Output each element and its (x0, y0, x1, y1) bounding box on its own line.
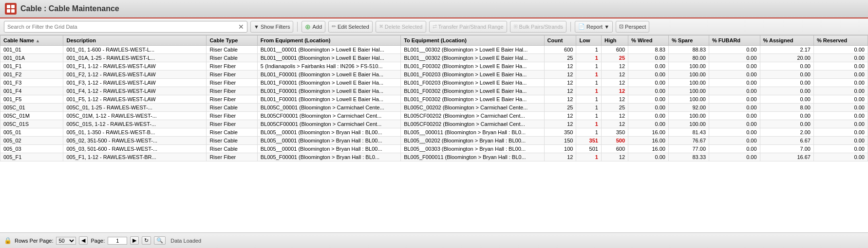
add-button[interactable]: ⊕ Add (302, 21, 325, 33)
col-pct-spare[interactable]: % Spare (668, 35, 709, 46)
perspective-button[interactable]: ⊡ Perspect (616, 21, 649, 33)
page-input[interactable] (108, 237, 127, 245)
table-row[interactable]: 005_F1005_F1, 1-12 - RAWLES-WEST-BR...Ri… (0, 153, 868, 161)
col-pct-fubard[interactable]: % FUBARd (709, 35, 760, 46)
transfer-pair-button[interactable]: ⇄ Transfer Pair/Strand Range (429, 21, 507, 33)
table-row[interactable]: 005_03005_03, 501-600 - RAWLES-WEST-...R… (0, 145, 868, 153)
report-button[interactable]: 📄 Report ▼ (575, 21, 613, 33)
col-high[interactable]: High (601, 35, 628, 46)
toolbar-separator-2 (570, 22, 571, 32)
report-icon: 📄 (578, 23, 585, 30)
edit-selected-button[interactable]: ✏ Edit Selected (328, 21, 373, 33)
table-row[interactable]: 005_02005_02, 351-500 - RAWLES-WEST-...R… (0, 137, 868, 145)
cable-table: Cable Name ▲ Description Cable Type From… (0, 35, 868, 161)
toolbar: ✕ ▼ Show Filters ⊕ Add ✏ Edit Selected ✖… (0, 18, 868, 35)
delete-selected-button[interactable]: ✖ Delete Selected (376, 21, 426, 33)
column-header-row: Cable Name ▲ Description Cable Type From… (0, 35, 868, 46)
data-grid[interactable]: Cable Name ▲ Description Cable Type From… (0, 35, 868, 232)
table-row[interactable]: 001_01A001_01A, 1-25 - RAWLES-WEST-L...R… (0, 54, 868, 62)
svg-rect-2 (7, 9, 10, 13)
lock-icon: 🔒 (4, 237, 12, 244)
col-pct-assigned[interactable]: % Assigned (760, 35, 813, 46)
svg-rect-3 (11, 9, 15, 13)
table-row[interactable]: 001_F2001_F2, 1-12 - RAWLES-WEST-LAWRise… (0, 71, 868, 79)
col-from-equip[interactable]: From Equipment (Location) (257, 35, 400, 46)
app-icon (5, 3, 17, 15)
table-row[interactable]: 005C_01005C_01, 1-25 - RAWLES-WEST-...Ri… (0, 104, 868, 112)
col-pct-reserved[interactable]: % Reserved (813, 35, 868, 46)
bulk-icon: ⊞ (513, 23, 518, 30)
col-count[interactable]: Count (544, 35, 576, 46)
delete-icon: ✖ (379, 23, 383, 30)
table-row[interactable]: 005C_01S005C_01S, 1-12 - RAWLES-WEST-...… (0, 120, 868, 128)
col-cable-type[interactable]: Cable Type (207, 35, 257, 46)
edit-icon: ✏ (332, 23, 336, 30)
table-row[interactable]: 005_01005_01, 1-350 - RAWLES-WEST-B...Ri… (0, 128, 868, 137)
search-input[interactable] (7, 24, 238, 30)
rows-per-page-select[interactable]: 50 100 200 (56, 237, 76, 245)
table-row[interactable]: 001_F5001_F5, 1-12 - RAWLES-WEST-LAWRise… (0, 95, 868, 104)
search-clear-icon[interactable]: ✕ (238, 23, 244, 30)
filter-icon: ▼ (254, 24, 259, 30)
col-to-equip[interactable]: To Equipment (Location) (401, 35, 544, 46)
col-cable-name[interactable]: Cable Name ▲ (0, 35, 63, 46)
footer: 🔒 Rows Per Page: 50 100 200 ◀ Page: ▶ ↻ … (0, 232, 868, 248)
table-row[interactable]: 001_01001_01, 1-600 - RAWLES-WEST-L...Ri… (0, 46, 868, 54)
page-label: Page: (91, 238, 105, 244)
zoom-button[interactable]: 🔍 (154, 236, 166, 245)
next-page-button[interactable]: ▶ (130, 236, 139, 245)
col-description[interactable]: Description (63, 35, 207, 46)
dropdown-arrow-icon: ▼ (604, 24, 609, 30)
status-text: Data Loaded (170, 238, 201, 244)
add-icon: ⊕ (305, 23, 311, 31)
col-low[interactable]: Low (576, 35, 602, 46)
table-row[interactable]: 001_F4001_F4, 1-12 - RAWLES-WEST-LAWRise… (0, 87, 868, 95)
svg-rect-0 (7, 5, 10, 8)
rows-per-page-label: Rows Per Page: (15, 238, 53, 244)
col-pct-wired[interactable]: % Wired (628, 35, 669, 46)
app-title: Cable : Cable Maintenance (20, 4, 119, 13)
app-header: Cable : Cable Maintenance (0, 0, 868, 18)
table-row[interactable]: 001_F1001_F1, 1-12 - RAWLES-WEST-LAWRise… (0, 62, 868, 71)
refresh-button[interactable]: ↻ (142, 236, 151, 245)
transfer-icon: ⇄ (433, 23, 437, 30)
svg-rect-1 (11, 5, 15, 8)
toolbar-separator-1 (297, 22, 298, 32)
search-container: ✕ (4, 21, 247, 33)
table-row[interactable]: 005C_01M005C_01M, 1-12 - RAWLES-WEST-...… (0, 112, 868, 120)
bulk-pairs-button[interactable]: ⊞ Bulk Pairs/Strands (510, 21, 566, 33)
perspective-icon: ⊡ (619, 23, 623, 30)
show-filters-button[interactable]: ▼ Show Filters (250, 21, 293, 33)
prev-page-button[interactable]: ◀ (79, 236, 88, 245)
table-row[interactable]: 001_F3001_F3, 1-12 - RAWLES-WEST-LAWRise… (0, 79, 868, 87)
